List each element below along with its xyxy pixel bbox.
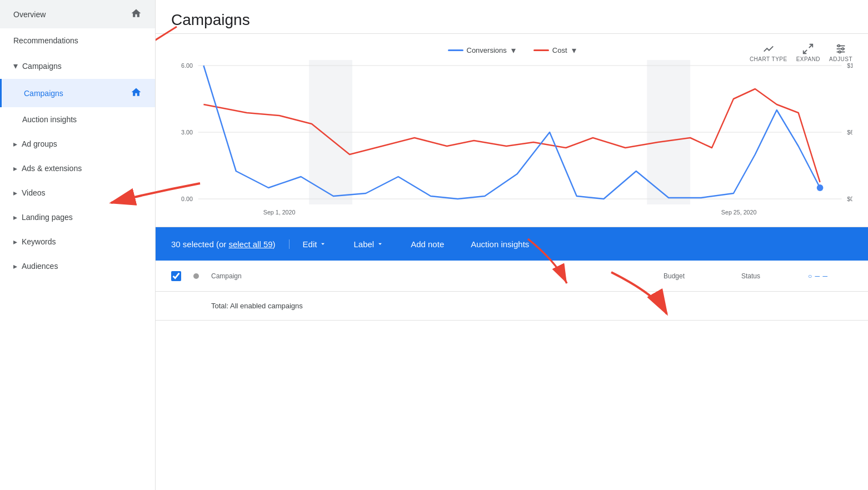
svg-text:6.00: 6.00	[181, 62, 193, 69]
label-label: Label	[353, 239, 374, 249]
sidebar-item-ads-extensions-label: Ads & extensions	[22, 164, 82, 173]
table-area: Campaign Budget Status ○ ─ ─ Total: All …	[156, 261, 868, 490]
sidebar-item-keywords[interactable]: ▸ Keywords	[0, 229, 155, 254]
action-bar: 30 selected (or select all 59) Edit Labe…	[156, 227, 868, 261]
sidebar-campaigns-group-label: Campaigns	[22, 62, 62, 71]
svg-text:$0.00: $0.00	[847, 196, 852, 202]
legend-cost-label: Cost	[552, 46, 567, 54]
label-button[interactable]: Label	[340, 227, 397, 261]
sidebar-item-campaigns-group[interactable]: ▾ Campaigns	[0, 53, 155, 79]
auction-insights-label: Auction insights	[471, 239, 529, 249]
page-title: Campaigns	[171, 11, 852, 29]
add-note-button[interactable]: Add note	[397, 227, 457, 261]
expand-right-icon-ads: ▸	[13, 164, 17, 173]
sidebar-item-ads-extensions[interactable]: ▸ Ads & extensions	[0, 156, 155, 181]
selected-suffix: )	[273, 239, 276, 249]
chart-type-button[interactable]: CHART TYPE	[750, 43, 787, 62]
expand-right-icon-ad-groups: ▸	[13, 139, 17, 148]
svg-point-6	[842, 48, 844, 50]
extra-column-header: ○ ─ ─	[808, 272, 852, 280]
budget-column-header: Budget	[664, 272, 741, 280]
svg-line-0	[809, 44, 812, 48]
edit-label: Edit	[303, 239, 317, 249]
expand-right-icon-audiences: ▸	[13, 262, 17, 271]
selected-count-text: 30 selected (or	[171, 239, 228, 249]
action-bar-selected: 30 selected (or select all 59)	[171, 239, 290, 249]
sidebar-item-auction-insights-label: Auction insights	[22, 115, 77, 124]
legend-line-blue	[448, 49, 463, 51]
svg-point-7	[839, 51, 841, 53]
legend-cost-dropdown[interactable]: ▾	[572, 45, 576, 56]
legend-conversions-dropdown[interactable]: ▾	[511, 45, 516, 56]
svg-text:$1,200.00: $1,200.00	[847, 62, 852, 69]
table-header: Campaign Budget Status ○ ─ ─	[156, 261, 868, 292]
chevron-down-icon-conv: ▾	[511, 45, 516, 56]
select-all-link[interactable]: select all 59	[228, 239, 272, 249]
chart-svg: 6.00 3.00 0.00 $1,200.00 $600.00 $0.00 S…	[171, 60, 852, 221]
sidebar-item-recommendations[interactable]: Recommendations	[0, 28, 155, 53]
svg-text:0.00: 0.00	[181, 196, 193, 202]
chart-graph: 6.00 3.00 0.00 $1,200.00 $600.00 $0.00 S…	[171, 60, 852, 227]
table-total-row: Total: All enabled campaigns	[156, 292, 868, 321]
auction-insights-button[interactable]: Auction insights	[457, 227, 542, 261]
campaign-column-header: Campaign	[211, 272, 664, 280]
edit-button[interactable]: Edit	[290, 227, 341, 261]
sidebar-item-videos[interactable]: ▸ Videos	[0, 181, 155, 205]
sidebar-item-campaigns[interactable]: Campaigns	[0, 79, 155, 107]
svg-point-21	[817, 184, 824, 191]
expand-down-icon: ▾	[13, 61, 18, 71]
sidebar-item-overview[interactable]: Overview	[0, 0, 155, 28]
svg-point-5	[838, 45, 840, 47]
checkbox-header-cell[interactable]	[171, 271, 193, 281]
legend-conversions[interactable]: Conversions	[448, 46, 507, 54]
sidebar-item-recommendations-label: Recommendations	[13, 36, 78, 45]
status-dot-header	[193, 273, 211, 279]
sidebar: Overview Recommendations ▾ Campaigns Cam…	[0, 0, 156, 490]
expand-right-icon-keywords: ▸	[13, 237, 17, 246]
select-all-checkbox[interactable]	[171, 271, 181, 281]
legend-line-red	[533, 49, 549, 51]
sidebar-item-landing-pages-label: Landing pages	[22, 213, 73, 222]
sidebar-item-audiences[interactable]: ▸ Audiences	[0, 254, 155, 278]
chevron-down-icon-cost: ▾	[572, 45, 576, 56]
sidebar-item-videos-label: Videos	[22, 188, 46, 197]
home-icon	[131, 8, 142, 21]
chart-right-controls: CHART TYPE EXPAND ADJUST	[750, 43, 852, 62]
svg-text:Sep 25, 2020: Sep 25, 2020	[721, 209, 757, 216]
sidebar-item-ad-groups[interactable]: ▸ Ad groups	[0, 132, 155, 156]
sidebar-item-overview-label: Overview	[13, 10, 46, 19]
sidebar-item-keywords-label: Keywords	[22, 237, 56, 246]
svg-line-1	[804, 50, 807, 53]
sidebar-item-campaigns-label: Campaigns	[24, 89, 63, 98]
chart-area: Conversions ▾ Cost ▾ CHART TYPE	[156, 34, 868, 227]
legend-conversions-label: Conversions	[467, 46, 507, 54]
sidebar-item-auction-insights[interactable]: Auction insights	[0, 107, 155, 132]
expand-right-icon-videos: ▸	[13, 188, 17, 197]
svg-text:3.00: 3.00	[181, 129, 193, 136]
svg-text:Sep 1, 2020: Sep 1, 2020	[263, 209, 296, 216]
sidebar-item-audiences-label: Audiences	[22, 262, 58, 271]
legend-cost[interactable]: Cost	[533, 46, 567, 54]
page-header: Campaigns	[156, 0, 868, 34]
adjust-button[interactable]: ADJUST	[829, 43, 852, 62]
sidebar-item-landing-pages[interactable]: ▸ Landing pages	[0, 205, 155, 229]
add-note-label: Add note	[411, 239, 444, 249]
main-content: Campaigns Conversions ▾ Cost ▾	[156, 0, 868, 490]
status-column-header: Status	[741, 272, 808, 280]
home-icon-campaigns	[131, 87, 142, 99]
status-dot-indicator	[193, 273, 199, 279]
expand-button[interactable]: EXPAND	[796, 43, 820, 62]
expand-right-icon-landing: ▸	[13, 213, 17, 222]
chart-controls: Conversions ▾ Cost ▾ CHART TYPE	[171, 41, 852, 58]
total-row-text: Total: All enabled campaigns	[211, 302, 708, 310]
sidebar-item-ad-groups-label: Ad groups	[22, 139, 57, 148]
svg-text:$600.00: $600.00	[847, 129, 852, 136]
